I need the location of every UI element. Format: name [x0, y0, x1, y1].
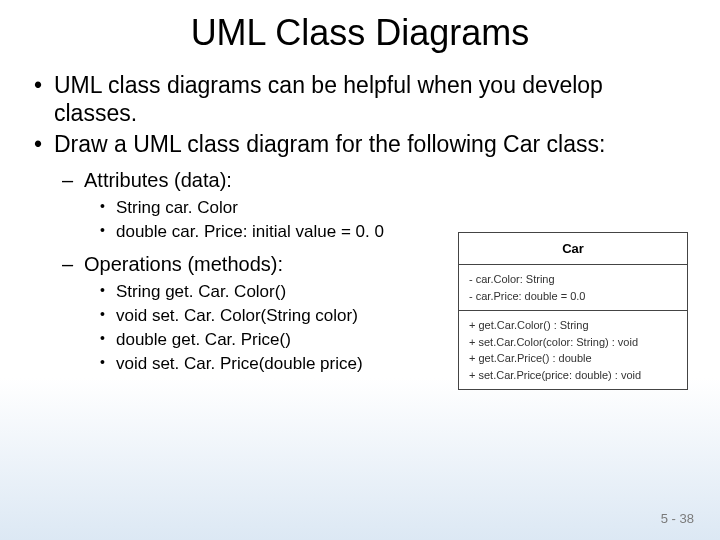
uml-class-name: Car — [459, 233, 687, 265]
sub-bullet-heading: Attributes (data): — [30, 167, 470, 193]
sub-bullet-item: String get. Car. Color() — [30, 281, 470, 303]
sub-bullet-heading: Operations (methods): — [30, 251, 470, 277]
sub-bullet-item: void set. Car. Price(double price) — [30, 353, 470, 375]
bullet-item: UML class diagrams can be helpful when y… — [30, 72, 690, 127]
bullet-item: Draw a UML class diagram for the followi… — [30, 131, 690, 159]
uml-attribute: - car.Color: String — [469, 271, 677, 288]
uml-operation: + set.Car.Price(price: double) : void — [469, 367, 677, 384]
slide-number: 5 - 38 — [661, 511, 694, 526]
uml-class-diagram: Car - car.Color: String - car.Price: dou… — [458, 232, 688, 390]
uml-operation: + get.Car.Price() : double — [469, 350, 677, 367]
uml-operation: + set.Car.Color(color: String) : void — [469, 334, 677, 351]
sub-bullet-item: String car. Color — [30, 197, 470, 219]
slide-title: UML Class Diagrams — [0, 0, 720, 72]
sub-bullet-item: void set. Car. Color(String color) — [30, 305, 470, 327]
sub-bullet-item: double get. Car. Price() — [30, 329, 470, 351]
uml-attributes-section: - car.Color: String - car.Price: double … — [459, 265, 687, 311]
sub-bullet-item: double car. Price: initial value = 0. 0 — [30, 221, 470, 243]
uml-operations-section: + get.Car.Color() : String + set.Car.Col… — [459, 311, 687, 389]
uml-operation: + get.Car.Color() : String — [469, 317, 677, 334]
uml-attribute: - car.Price: double = 0.0 — [469, 288, 677, 305]
